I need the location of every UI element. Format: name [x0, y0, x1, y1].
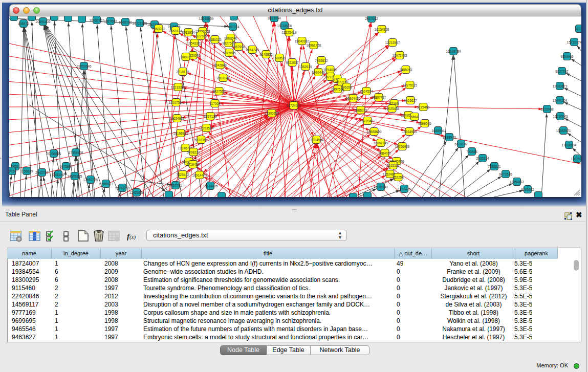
svg-text:8186323: 8186323 [208, 38, 222, 41]
svg-text:8938923: 8938923 [443, 136, 456, 139]
svg-text:1362615: 1362615 [299, 65, 312, 69]
svg-text:18724007: 18724007 [287, 104, 301, 107]
svg-text:15692971: 15692971 [556, 129, 571, 133]
svg-text:1640954: 1640954 [431, 129, 445, 133]
svg-text:8813054: 8813054 [268, 16, 281, 20]
svg-text:19654923: 19654923 [402, 130, 417, 134]
svg-text:15751074: 15751074 [567, 40, 581, 44]
svg-text:2935114: 2935114 [476, 157, 489, 160]
svg-text:9329966: 9329966 [560, 55, 574, 58]
svg-text:12213967: 12213967 [385, 41, 400, 45]
svg-text:5578352: 5578352 [194, 138, 208, 142]
svg-text:2803144: 2803144 [216, 76, 230, 80]
svg-text:16210643: 16210643 [553, 115, 568, 118]
svg-text:19756928: 19756928 [395, 145, 410, 148]
svg-text:16961758: 16961758 [307, 43, 321, 47]
svg-text:7625402: 7625402 [176, 173, 189, 177]
svg-text:16154808: 16154808 [375, 28, 389, 31]
svg-text:11353594: 11353594 [199, 126, 214, 130]
svg-text:6966160: 6966160 [119, 20, 132, 24]
svg-text:6879197: 6879197 [454, 142, 468, 146]
svg-text:8454749: 8454749 [246, 48, 259, 52]
svg-text:39154: 39154 [9, 169, 16, 173]
svg-text:10543362: 10543362 [187, 41, 202, 45]
svg-text:9245652: 9245652 [521, 188, 534, 191]
svg-text:15716485: 15716485 [203, 184, 218, 188]
svg-text:9684067: 9684067 [378, 151, 391, 155]
svg-text:18807249: 18807249 [374, 141, 388, 145]
svg-text:745444: 745444 [466, 150, 477, 154]
svg-text:117004: 117004 [209, 102, 221, 105]
svg-text:9975867: 9975867 [59, 165, 73, 168]
svg-text:8471676: 8471676 [499, 172, 512, 176]
svg-text:12444154: 12444154 [553, 99, 568, 102]
svg-text:8990448: 8990448 [312, 71, 325, 74]
svg-text:1527602: 1527602 [104, 19, 117, 23]
svg-text:19654923: 19654923 [170, 117, 185, 120]
svg-text:9322037: 9322037 [286, 61, 299, 64]
svg-text:11172: 11172 [575, 27, 581, 31]
svg-text:18640910: 18640910 [295, 39, 310, 43]
svg-text:1733426: 1733426 [398, 187, 411, 191]
svg-text:10688609: 10688609 [367, 130, 382, 134]
svg-text:1156829: 1156829 [20, 169, 33, 173]
svg-text:7663822: 7663822 [152, 27, 165, 31]
svg-text:12975115: 12975115 [403, 83, 418, 87]
svg-text:252254: 252254 [393, 176, 404, 179]
svg-text:10025438: 10025438 [385, 107, 400, 111]
svg-text:2087682: 2087682 [365, 17, 378, 20]
svg-text:9327508: 9327508 [222, 41, 235, 45]
svg-text:15136141: 15136141 [374, 185, 388, 189]
svg-text:17016504: 17016504 [562, 143, 577, 147]
svg-text:20364436: 20364436 [346, 97, 361, 100]
svg-text:8215958: 8215958 [540, 107, 554, 111]
svg-text:405572: 405572 [18, 22, 29, 26]
svg-text:8267130: 8267130 [204, 115, 217, 118]
svg-text:6497568: 6497568 [331, 87, 344, 91]
svg-text:8660124: 8660124 [169, 29, 182, 33]
svg-text:15720407: 15720407 [360, 119, 375, 123]
svg-text:7986372: 7986372 [354, 108, 367, 112]
svg-text:10719155: 10719155 [133, 21, 147, 25]
svg-text:8912954: 8912954 [182, 31, 195, 34]
svg-text:12213389: 12213389 [171, 85, 186, 89]
svg-text:9115460: 9115460 [417, 105, 430, 109]
svg-text:10958117: 10958117 [99, 182, 114, 186]
svg-text:1719489: 1719489 [186, 163, 200, 166]
svg-text:(x): (x) [129, 234, 136, 240]
svg-text:10653267: 10653267 [90, 18, 104, 22]
svg-text:19166825: 19166825 [173, 132, 188, 135]
svg-text:16782759: 16782759 [115, 186, 130, 190]
svg-text:16914479: 16914479 [192, 173, 207, 177]
svg-text:16033809: 16033809 [199, 17, 214, 20]
svg-text:12093873: 12093873 [553, 84, 568, 88]
svg-text:7632621: 7632621 [488, 165, 501, 168]
svg-text:12923448: 12923448 [129, 191, 144, 194]
svg-text:9794028: 9794028 [323, 68, 337, 72]
svg-text:20206556: 20206556 [47, 152, 61, 156]
svg-text:145194: 145194 [53, 173, 64, 177]
svg-text:10973493: 10973493 [393, 54, 407, 57]
svg-text:16648784: 16648784 [446, 50, 461, 53]
svg-text:20691406: 20691406 [36, 20, 51, 24]
svg-text:5498222: 5498222 [187, 150, 200, 154]
svg-text:7955812: 7955812 [315, 59, 328, 62]
svg-text:7857224: 7857224 [226, 25, 239, 29]
svg-text:3624554: 3624554 [360, 90, 373, 93]
svg-text:9463627: 9463627 [404, 99, 417, 102]
svg-text:9227342: 9227342 [555, 70, 569, 73]
svg-text:98901: 98901 [181, 55, 190, 59]
svg-text:9699695: 9699695 [418, 122, 431, 125]
svg-text:2718176: 2718176 [176, 70, 189, 74]
svg-text:19384554: 19384554 [309, 138, 324, 142]
svg-text:8427552: 8427552 [212, 90, 226, 93]
svg-text:10807487: 10807487 [372, 96, 386, 99]
svg-text:16107554: 16107554 [169, 101, 184, 104]
svg-text:2942757: 2942757 [35, 171, 49, 174]
svg-text:9242848: 9242848 [213, 63, 227, 67]
svg-text:9457791: 9457791 [169, 184, 182, 187]
svg-text:5875685: 5875685 [223, 51, 236, 55]
svg-text:7485063: 7485063 [399, 68, 412, 72]
svg-text:13325419: 13325419 [282, 31, 297, 34]
svg-text:10654112: 10654112 [510, 180, 525, 184]
